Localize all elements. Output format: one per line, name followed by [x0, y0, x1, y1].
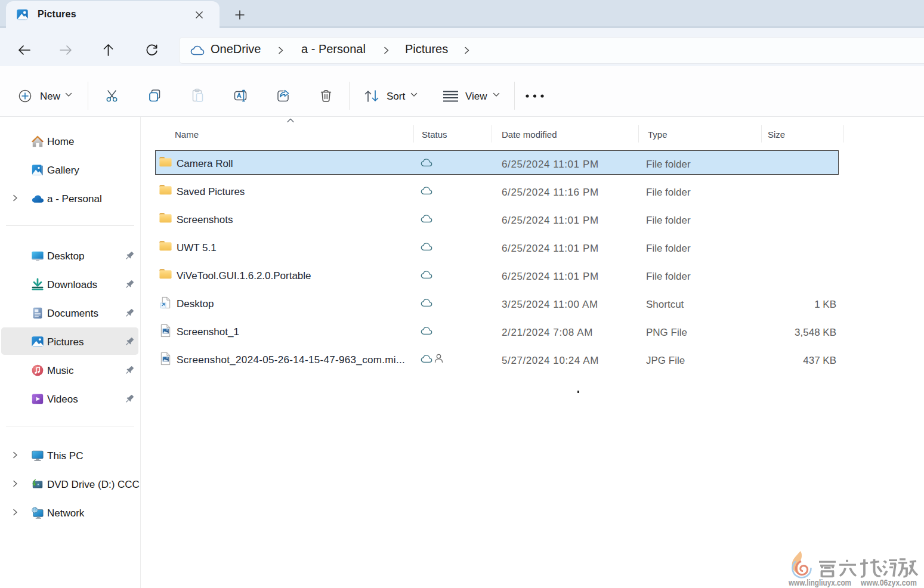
- svg-text:www.lingliuyx.com: www.lingliuyx.com: [788, 578, 851, 587]
- svg-text:www.06zyx.com: www.06zyx.com: [860, 578, 917, 587]
